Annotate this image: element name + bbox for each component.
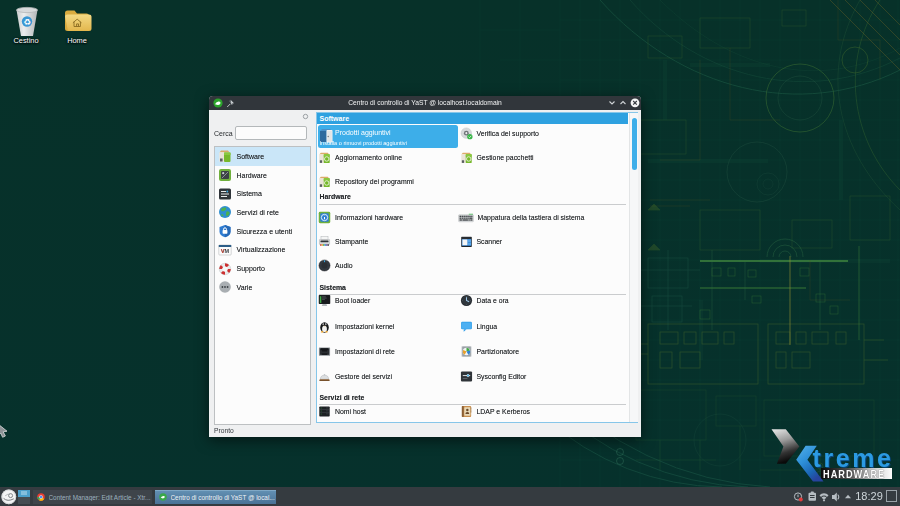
svg-text:♻: ♻ bbox=[23, 17, 31, 27]
svg-text:V: V bbox=[220, 247, 224, 253]
